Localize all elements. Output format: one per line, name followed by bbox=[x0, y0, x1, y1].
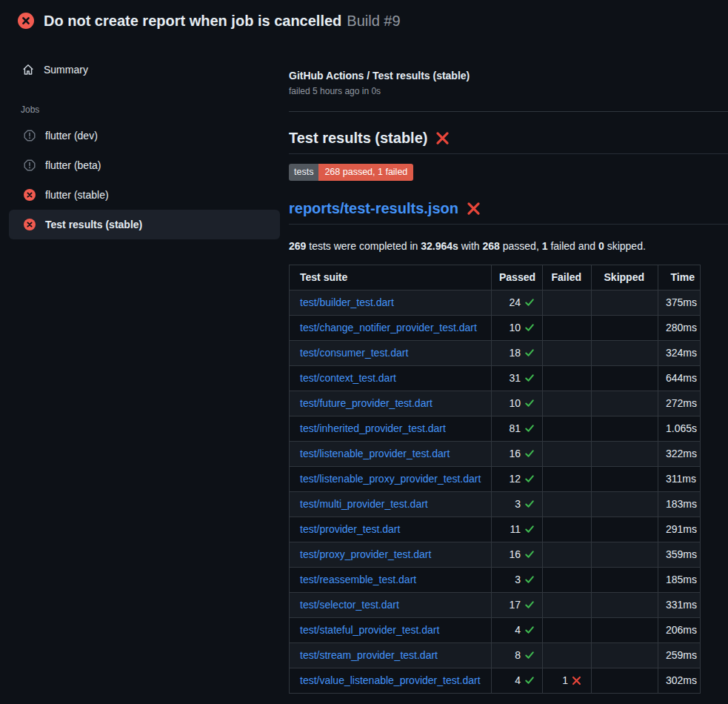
test-suite-link[interactable]: test/consumer_test.dart bbox=[300, 347, 408, 359]
report-heading: reports/test-results.json bbox=[289, 200, 728, 225]
time-value: 331ms bbox=[666, 599, 697, 611]
table-row: test/listenable_provider_test.dart 16 32… bbox=[290, 441, 701, 466]
check-run-content: GitHub Actions / Test results (stable) f… bbox=[289, 41, 728, 694]
failed-icon bbox=[24, 219, 36, 230]
jobs-list: flutter (dev) flutter (beta) flutter (st… bbox=[0, 121, 289, 239]
test-suite-link[interactable]: test/future_provider_test.dart bbox=[300, 397, 433, 409]
time-value: 280ms bbox=[666, 322, 697, 333]
failed-count: 1 bbox=[542, 240, 548, 252]
time-value: 185ms bbox=[666, 574, 697, 585]
sidebar-item-test-results-stable[interactable]: Test results (stable) bbox=[9, 210, 280, 239]
time-value: 1.065s bbox=[666, 422, 697, 434]
check-icon bbox=[524, 423, 535, 434]
check-icon bbox=[524, 322, 535, 333]
test-suite-link[interactable]: test/reassemble_test.dart bbox=[300, 574, 416, 585]
col-header-test-suite: Test suite bbox=[290, 265, 492, 290]
passed-value: 10 bbox=[509, 322, 521, 333]
check-icon bbox=[524, 524, 535, 534]
table-row: test/multi_provider_test.dart 3 183ms bbox=[290, 491, 701, 517]
job-label: Test results (stable) bbox=[45, 219, 142, 230]
sidebar: Summary Jobs flutter (dev) flutter (beta… bbox=[0, 41, 289, 239]
sidebar-item-flutter-beta[interactable]: flutter (beta) bbox=[9, 150, 280, 180]
col-header-failed: Failed bbox=[543, 265, 592, 290]
passed-value: 11 bbox=[510, 523, 521, 535]
table-row: test/future_provider_test.dart 10 272ms bbox=[290, 391, 701, 416]
passed-value: 10 bbox=[509, 397, 521, 409]
cancelled-icon bbox=[24, 159, 36, 171]
check-icon bbox=[524, 373, 535, 383]
test-suite-link[interactable]: test/stateful_provider_test.dart bbox=[300, 624, 439, 636]
check-icon bbox=[524, 398, 535, 408]
breadcrumb: GitHub Actions / Test results (stable) bbox=[289, 70, 728, 82]
test-suite-link[interactable]: test/value_listenable_provider_test.dart bbox=[300, 674, 481, 686]
x-icon bbox=[572, 676, 581, 685]
failed-x-icon bbox=[467, 202, 481, 216]
check-icon bbox=[524, 650, 535, 660]
sidebar-item-flutter-stable[interactable]: flutter (stable) bbox=[9, 180, 280, 210]
run-header: Do not create report when job is cancell… bbox=[0, 0, 728, 41]
passed-count: 268 bbox=[483, 240, 500, 252]
passed-value: 12 bbox=[509, 473, 521, 485]
time-value: 291ms bbox=[666, 523, 697, 535]
badge-value: 268 passed, 1 failed bbox=[318, 164, 413, 181]
duration: 32.964s bbox=[421, 240, 458, 252]
table-row: test/context_test.dart 31 644ms bbox=[290, 365, 701, 391]
test-suite-link[interactable]: test/builder_test.dart bbox=[300, 296, 394, 308]
passed-value: 24 bbox=[509, 296, 521, 308]
time-value: 206ms bbox=[666, 624, 697, 636]
status-line: failed 5 hours ago in 0s bbox=[289, 86, 728, 96]
test-suite-link[interactable]: test/multi_provider_test.dart bbox=[300, 498, 428, 510]
time-value: 359ms bbox=[666, 548, 697, 560]
check-icon bbox=[524, 348, 535, 358]
table-row: test/proxy_provider_test.dart 16 359ms bbox=[290, 542, 701, 567]
check-icon bbox=[524, 574, 535, 585]
time-value: 322ms bbox=[666, 448, 697, 459]
check-icon bbox=[524, 297, 535, 308]
check-icon bbox=[524, 600, 535, 610]
failed-icon bbox=[24, 189, 36, 201]
test-suite-link[interactable]: test/proxy_provider_test.dart bbox=[300, 548, 431, 560]
passed-value: 17 bbox=[509, 599, 521, 611]
time-value: 375ms bbox=[666, 296, 697, 308]
check-icon bbox=[524, 499, 535, 509]
time-value: 644ms bbox=[666, 372, 697, 384]
passed-value: 81 bbox=[509, 422, 521, 434]
time-value: 183ms bbox=[666, 498, 697, 510]
passed-value: 4 bbox=[515, 624, 521, 636]
table-row: test/consumer_test.dart 18 324ms bbox=[290, 340, 701, 365]
passed-value: 4 bbox=[515, 674, 521, 686]
tests-badge: tests 268 passed, 1 failed bbox=[289, 164, 413, 181]
test-suite-link[interactable]: test/selector_test.dart bbox=[300, 599, 399, 611]
check-icon bbox=[524, 675, 535, 685]
run-title: Do not create report when job is cancell… bbox=[44, 13, 341, 30]
sidebar-item-flutter-dev[interactable]: flutter (dev) bbox=[9, 121, 280, 150]
test-suite-link[interactable]: test/inherited_provider_test.dart bbox=[300, 422, 446, 434]
passed-value: 31 bbox=[509, 372, 521, 384]
table-row: test/reassemble_test.dart 3 185ms bbox=[290, 567, 701, 592]
results-table: Test suite Passed Failed Skipped Time te… bbox=[289, 265, 701, 694]
check-icon bbox=[524, 549, 535, 559]
table-row: test/stream_provider_test.dart 8 259ms bbox=[290, 642, 701, 668]
build-number: Build #9 bbox=[347, 13, 400, 30]
table-row: test/builder_test.dart 24 375ms bbox=[290, 290, 701, 315]
badge-label: tests bbox=[289, 164, 318, 181]
skipped-count: 0 bbox=[598, 240, 604, 252]
test-suite-link[interactable]: test/stream_provider_test.dart bbox=[300, 649, 438, 661]
time-value: 302ms bbox=[666, 674, 697, 686]
report-link[interactable]: reports/test-results.json bbox=[289, 200, 458, 217]
table-row: test/provider_test.dart 11 291ms bbox=[290, 517, 701, 542]
test-suite-link[interactable]: test/listenable_proxy_provider_test.dart bbox=[300, 473, 481, 485]
check-icon bbox=[524, 625, 535, 635]
table-row: test/listenable_proxy_provider_test.dart… bbox=[290, 466, 701, 491]
test-suite-link[interactable]: test/listenable_provider_test.dart bbox=[300, 448, 450, 459]
test-suite-link[interactable]: test/provider_test.dart bbox=[300, 523, 400, 535]
test-suite-link[interactable]: test/change_notifier_provider_test.dart bbox=[300, 322, 477, 333]
section-title: Test results (stable) bbox=[289, 130, 427, 147]
failed-value: 1 bbox=[562, 674, 568, 686]
passed-value: 18 bbox=[509, 347, 521, 359]
check-icon bbox=[524, 448, 535, 459]
test-suite-link[interactable]: test/context_test.dart bbox=[300, 372, 396, 384]
time-value: 259ms bbox=[666, 649, 697, 661]
sidebar-item-summary[interactable]: Summary bbox=[0, 60, 289, 79]
total-count: 269 bbox=[289, 240, 306, 252]
